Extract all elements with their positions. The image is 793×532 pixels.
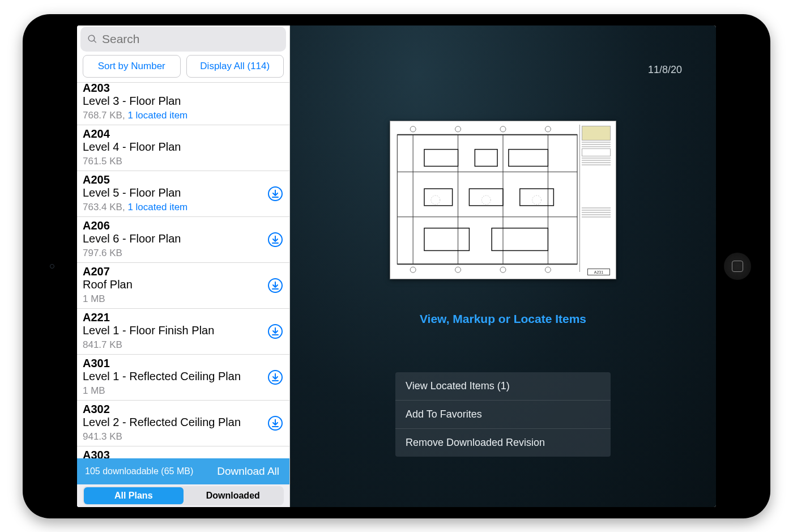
search-bar[interactable]	[80, 27, 286, 52]
search-input[interactable]	[102, 32, 279, 46]
tablet-frame: Sort by Number Display All (114) A203 Le…	[23, 14, 770, 518]
svg-point-33	[545, 267, 551, 273]
filter-row: Sort by Number Display All (114)	[77, 55, 289, 82]
plan-title: Level 1 - Reflected Ceiling Plan	[83, 370, 284, 383]
svg-point-29	[545, 126, 551, 131]
plan-number: A303	[83, 449, 284, 458]
svg-point-28	[500, 126, 506, 131]
plan-title: Level 5 - Floor Plan	[83, 186, 284, 199]
plan-title: Roof Plan	[83, 278, 284, 291]
display-filter-button[interactable]: Display All (114)	[186, 55, 284, 78]
tab-bar: All Plans Downloaded	[77, 484, 289, 507]
home-button[interactable]	[724, 253, 751, 280]
located-item-link[interactable]: 1 located item	[127, 202, 187, 212]
svg-point-30	[410, 267, 416, 273]
action-menu: View Located Items (1) Add To Favorites …	[395, 372, 611, 457]
download-icon[interactable]	[268, 324, 283, 339]
search-icon	[87, 34, 97, 44]
tab-downloaded[interactable]: Downloaded	[184, 487, 283, 504]
located-item-link[interactable]: 1 located item	[127, 110, 187, 121]
plan-title: Level 3 - Floor Plan	[83, 95, 284, 108]
plan-meta: 1 MB	[83, 293, 284, 305]
download-bar: 105 downloadable (65 MB) Download All	[77, 458, 289, 484]
download-icon[interactable]	[268, 370, 283, 385]
plan-number: A204	[83, 127, 284, 141]
download-icon[interactable]	[268, 416, 283, 431]
view-located-items-button[interactable]: View Located Items (1)	[395, 372, 611, 401]
plan-meta: 1 MB	[83, 385, 284, 397]
sort-button[interactable]: Sort by Number	[83, 55, 181, 78]
plan-item[interactable]: A203 Level 3 - Floor Plan 768.7 KB, 1 lo…	[77, 82, 289, 125]
remove-downloaded-button[interactable]: Remove Downloaded Revision	[395, 429, 611, 457]
plan-meta: 768.7 KB, 1 located item	[83, 110, 284, 121]
plan-title: Level 4 - Floor Plan	[83, 141, 284, 154]
front-camera	[50, 264, 54, 269]
plan-number: A207	[83, 265, 284, 278]
plan-meta: 841.7 KB	[83, 339, 284, 351]
plan-item[interactable]: A302 Level 2 - Reflected Ceiling Plan 94…	[77, 401, 289, 446]
plan-meta: 761.5 KB	[83, 156, 284, 167]
svg-point-32	[500, 267, 506, 273]
sheet-number: A231	[587, 269, 610, 275]
plan-number: A301	[83, 357, 284, 370]
segmented-control: All Plans Downloaded	[83, 486, 284, 505]
title-block	[579, 125, 612, 272]
plan-list[interactable]: A203 Level 3 - Floor Plan 768.7 KB, 1 lo…	[77, 82, 289, 458]
plan-meta: 941.3 KB	[83, 431, 284, 442]
plan-preview[interactable]: A231	[390, 121, 616, 279]
detail-panel: 11/8/20	[290, 25, 716, 507]
plan-number: A205	[83, 173, 284, 186]
view-markup-link[interactable]: View, Markup or Locate Items	[420, 312, 586, 326]
plan-item[interactable]: A221 Level 1 - Floor Finish Plan 841.7 K…	[77, 309, 289, 355]
app-screen: Sort by Number Display All (114) A203 Le…	[77, 25, 716, 507]
plan-item[interactable]: A204 Level 4 - Floor Plan 761.5 KB	[77, 125, 289, 171]
plan-number: A302	[83, 403, 284, 416]
plan-list-panel: Sort by Number Display All (114) A203 Le…	[77, 25, 290, 507]
add-to-favorites-button[interactable]: Add To Favorites	[395, 401, 611, 429]
plan-title: Level 6 - Floor Plan	[83, 232, 284, 245]
downloadable-count: 105 downloadable (65 MB)	[85, 466, 193, 476]
plan-title: Level 2 - Reflected Ceiling Plan	[83, 416, 284, 429]
plan-meta: 763.4 KB, 1 located item	[83, 202, 284, 213]
download-icon[interactable]	[268, 232, 283, 247]
plan-item[interactable]: A205 Level 5 - Floor Plan 763.4 KB, 1 lo…	[77, 171, 289, 217]
plan-number: A203	[83, 82, 284, 95]
plan-number: A206	[83, 219, 284, 232]
plan-number: A221	[83, 311, 284, 324]
plan-item[interactable]: A206 Level 6 - Floor Plan 797.6 KB	[77, 217, 289, 263]
download-all-button[interactable]: Download All	[217, 465, 279, 478]
tab-all-plans[interactable]: All Plans	[84, 487, 184, 504]
revision-date: 11/8/20	[648, 64, 682, 76]
svg-point-27	[455, 126, 461, 131]
svg-point-26	[410, 126, 416, 131]
download-icon[interactable]	[268, 186, 283, 201]
svg-point-31	[455, 267, 461, 273]
plan-item[interactable]: A303	[77, 446, 289, 458]
plan-meta: 797.6 KB	[83, 248, 284, 259]
plan-item[interactable]: A207 Roof Plan 1 MB	[77, 263, 289, 309]
plan-title: Level 1 - Floor Finish Plan	[83, 324, 284, 337]
download-icon[interactable]	[268, 278, 283, 293]
plan-item[interactable]: A301 Level 1 - Reflected Ceiling Plan 1 …	[77, 355, 289, 401]
